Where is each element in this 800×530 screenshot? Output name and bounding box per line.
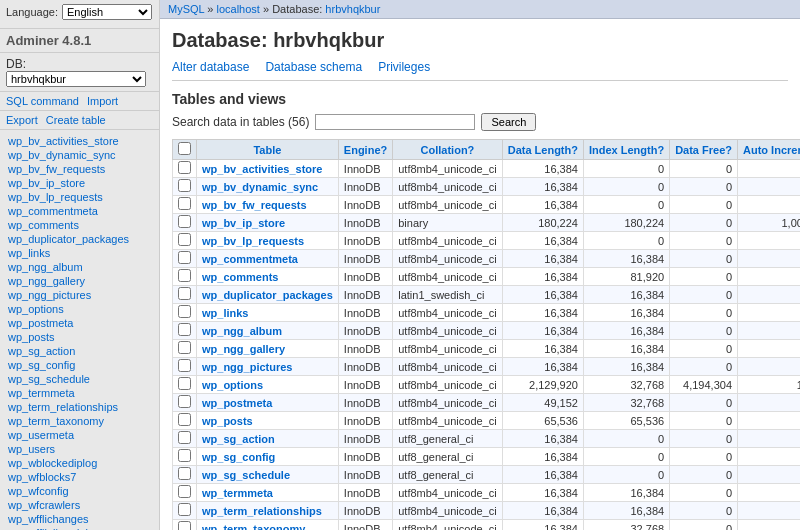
import-link[interactable]: Import (87, 95, 118, 107)
sidebar-table-link[interactable]: wp_wfflichanges (0, 512, 159, 526)
sidebar-table-link[interactable]: wp_sg_action (0, 344, 159, 358)
row-checkbox[interactable] (178, 521, 191, 530)
index-length-sort-link[interactable]: Index Length? (589, 144, 664, 156)
language-select[interactable]: English (62, 4, 152, 20)
sidebar-table-link[interactable]: wp_wfblocks7 (0, 470, 159, 484)
row-checkbox[interactable] (178, 395, 191, 408)
table-name-link[interactable]: wp_bv_dynamic_sync (202, 181, 318, 193)
sidebar-table-link[interactable]: wp_comments (0, 218, 159, 232)
table-name-link[interactable]: wp_bv_fw_requests (202, 199, 307, 211)
alter-database-link[interactable]: Alter database (172, 60, 249, 74)
table-name-link[interactable]: wp_sg_schedule (202, 469, 290, 481)
table-sort-link[interactable]: Table (253, 144, 281, 156)
sidebar-table-link[interactable]: wp_usermeta (0, 428, 159, 442)
sidebar-table-link[interactable]: wp_bv_ip_store (0, 176, 159, 190)
sidebar-table-link[interactable]: wp_term_relationships (0, 400, 159, 414)
table-name-link[interactable]: wp_term_relationships (202, 505, 322, 517)
table-name-link[interactable]: wp_bv_activities_store (202, 163, 322, 175)
table-name-link[interactable]: wp_term_taxonomy (202, 523, 305, 531)
sidebar-table-link[interactable]: wp_links (0, 246, 159, 260)
sidebar-table-link[interactable]: wp_ngg_gallery (0, 274, 159, 288)
row-checkbox[interactable] (178, 377, 191, 390)
export-link[interactable]: Export (6, 114, 38, 126)
table-name-link[interactable]: wp_postmeta (202, 397, 272, 409)
sidebar-table-link[interactable]: wp_bv_fw_requests (0, 162, 159, 176)
table-col-header[interactable]: Table (197, 140, 339, 160)
row-checkbox[interactable] (178, 305, 191, 318)
row-checkbox[interactable] (178, 161, 191, 174)
sidebar-table-link[interactable]: wp_wfconfig (0, 484, 159, 498)
sidebar-table-link[interactable]: wp_duplicator_packages (0, 232, 159, 246)
row-checkbox[interactable] (178, 197, 191, 210)
table-name-link[interactable]: wp_ngg_gallery (202, 343, 285, 355)
database-schema-link[interactable]: Database schema (265, 60, 362, 74)
sidebar-table-link[interactable]: wp_wfcrawlers (0, 498, 159, 512)
row-checkbox[interactable] (178, 251, 191, 264)
table-name-link[interactable]: wp_ngg_album (202, 325, 282, 337)
table-name-link[interactable]: wp_options (202, 379, 263, 391)
row-checkbox[interactable] (178, 449, 191, 462)
engine-sort-link[interactable]: Engine? (344, 144, 387, 156)
table-name-link[interactable]: wp_sg_action (202, 433, 275, 445)
engine-col-header[interactable]: Engine? (338, 140, 392, 160)
db-select[interactable]: hrbvhqkbur (6, 71, 146, 87)
collation-sort-link[interactable]: Collation? (421, 144, 475, 156)
table-name-link[interactable]: wp_links (202, 307, 248, 319)
row-checkbox[interactable] (178, 287, 191, 300)
row-checkbox[interactable] (178, 503, 191, 516)
sidebar-table-link[interactable]: wp_posts (0, 330, 159, 344)
sidebar-table-link[interactable]: wp_termmeta (0, 386, 159, 400)
table-name-link[interactable]: wp_posts (202, 415, 253, 427)
data-free-sort-link[interactable]: Data Free? (675, 144, 732, 156)
sidebar-table-link[interactable]: wp_commentmeta (0, 204, 159, 218)
row-checkbox[interactable] (178, 179, 191, 192)
table-name-link[interactable]: wp_commentmeta (202, 253, 298, 265)
data-length-sort-link[interactable]: Data Length? (508, 144, 578, 156)
sidebar-table-link[interactable]: wp_term_taxonomy (0, 414, 159, 428)
breadcrumb-db-name[interactable]: hrbvhqkbur (325, 3, 380, 15)
sidebar-table-link[interactable]: wp_bv_lp_requests (0, 190, 159, 204)
sidebar-table-link[interactable]: wp_wblockediplog (0, 456, 159, 470)
row-checkbox[interactable] (178, 341, 191, 354)
privileges-link[interactable]: Privileges (378, 60, 430, 74)
row-checkbox[interactable] (178, 359, 191, 372)
row-checkbox[interactable] (178, 467, 191, 480)
sql-command-link[interactable]: SQL command (6, 95, 79, 107)
breadcrumb-mysql[interactable]: MySQL (168, 3, 204, 15)
sidebar-table-link[interactable]: wp_postmeta (0, 316, 159, 330)
sidebar-table-link[interactable]: wp_ngg_album (0, 260, 159, 274)
table-name-link[interactable]: wp_comments (202, 271, 278, 283)
sidebar-table-link[interactable]: wp_sg_schedule (0, 372, 159, 386)
row-checkbox[interactable] (178, 269, 191, 282)
row-checkbox[interactable] (178, 323, 191, 336)
table-name-link[interactable]: wp_bv_ip_store (202, 217, 285, 229)
sidebar-table-link[interactable]: wp_sg_config (0, 358, 159, 372)
row-checkbox[interactable] (178, 233, 191, 246)
auto-increment-sort-link[interactable]: Auto Increment? (743, 144, 800, 156)
select-all-checkbox[interactable] (178, 142, 191, 155)
sidebar-table-link[interactable]: wp_wffilelimodels (0, 526, 159, 530)
sidebar-table-link[interactable]: wp_bv_dynamic_sync (0, 148, 159, 162)
collation-col-header[interactable]: Collation? (393, 140, 502, 160)
sidebar-table-link[interactable]: wp_bv_activities_store (0, 134, 159, 148)
sidebar-table-link[interactable]: wp_users (0, 442, 159, 456)
data-free-col-header[interactable]: Data Free? (670, 140, 738, 160)
data-length-col-header[interactable]: Data Length? (502, 140, 583, 160)
row-checkbox[interactable] (178, 485, 191, 498)
sidebar-table-link[interactable]: wp_ngg_pictures (0, 288, 159, 302)
table-name-link[interactable]: wp_duplicator_packages (202, 289, 333, 301)
auto-increment-col-header[interactable]: Auto Increment? (738, 140, 801, 160)
table-name-link[interactable]: wp_sg_config (202, 451, 275, 463)
row-checkbox[interactable] (178, 431, 191, 444)
row-checkbox[interactable] (178, 215, 191, 228)
search-input[interactable] (315, 114, 475, 130)
search-button[interactable]: Search (481, 113, 536, 131)
table-name-link[interactable]: wp_bv_lp_requests (202, 235, 304, 247)
index-length-col-header[interactable]: Index Length? (583, 140, 669, 160)
breadcrumb-localhost[interactable]: localhost (217, 3, 260, 15)
create-table-link[interactable]: Create table (46, 114, 106, 126)
table-name-link[interactable]: wp_termmeta (202, 487, 273, 499)
row-checkbox[interactable] (178, 413, 191, 426)
sidebar-table-link[interactable]: wp_options (0, 302, 159, 316)
table-name-link[interactable]: wp_ngg_pictures (202, 361, 292, 373)
